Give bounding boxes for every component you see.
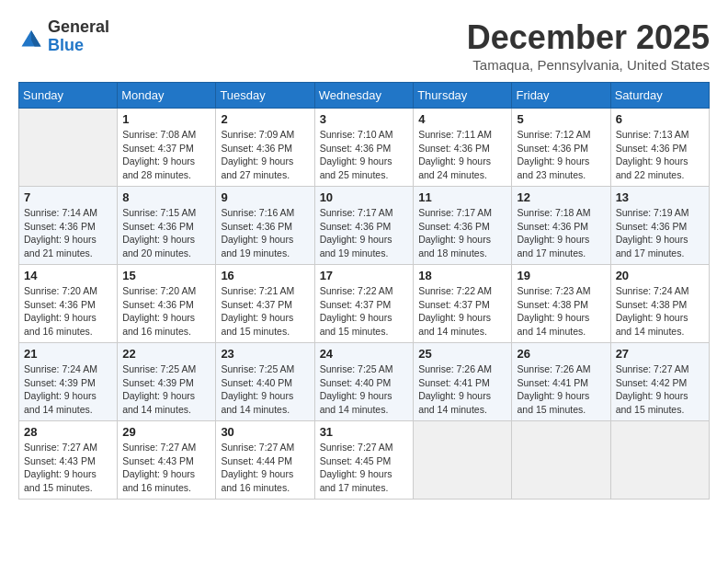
day-cell: 28Sunrise: 7:27 AMSunset: 4:43 PMDayligh… xyxy=(19,421,118,500)
day-number: 15 xyxy=(122,269,210,282)
day-info: Sunrise: 7:20 AMSunset: 4:36 PMDaylight:… xyxy=(122,284,210,339)
day-info: Sunrise: 7:18 AMSunset: 4:36 PMDaylight:… xyxy=(517,206,605,260)
day-cell: 17Sunrise: 7:22 AMSunset: 4:37 PMDayligh… xyxy=(314,265,414,343)
day-cell xyxy=(414,421,512,500)
day-number: 21 xyxy=(24,347,112,361)
week-row-4: 21Sunrise: 7:24 AMSunset: 4:39 PMDayligh… xyxy=(19,343,710,421)
day-info: Sunrise: 7:21 AMSunset: 4:37 PMDaylight:… xyxy=(221,284,309,339)
day-number: 2 xyxy=(221,112,309,126)
day-info: Sunrise: 7:22 AMSunset: 4:37 PMDaylight:… xyxy=(418,284,506,339)
day-number: 14 xyxy=(24,269,112,282)
location: Tamaqua, Pennsylvania, United States xyxy=(467,57,710,73)
logo-blue: Blue xyxy=(48,37,109,55)
day-cell: 15Sunrise: 7:20 AMSunset: 4:36 PMDayligh… xyxy=(118,265,216,343)
header-cell-friday: Friday xyxy=(512,83,610,109)
day-info: Sunrise: 7:13 AMSunset: 4:36 PMDaylight:… xyxy=(616,128,704,182)
day-cell xyxy=(512,421,610,500)
day-cell: 11Sunrise: 7:17 AMSunset: 4:36 PMDayligh… xyxy=(414,187,512,265)
logo-text: General Blue xyxy=(48,18,109,55)
day-cell: 10Sunrise: 7:17 AMSunset: 4:36 PMDayligh… xyxy=(314,187,414,265)
day-info: Sunrise: 7:26 AMSunset: 4:41 PMDaylight:… xyxy=(517,362,605,417)
day-info: Sunrise: 7:09 AMSunset: 4:36 PMDaylight:… xyxy=(221,128,309,182)
day-number: 22 xyxy=(122,347,210,361)
logo-icon xyxy=(18,24,44,50)
day-number: 11 xyxy=(418,190,506,204)
day-number: 9 xyxy=(221,190,309,204)
month-title: December 2025 xyxy=(467,18,710,57)
day-cell xyxy=(610,421,709,500)
day-cell: 3Sunrise: 7:10 AMSunset: 4:36 PMDaylight… xyxy=(314,109,414,187)
week-row-5: 28Sunrise: 7:27 AMSunset: 4:43 PMDayligh… xyxy=(19,421,710,500)
day-info: Sunrise: 7:15 AMSunset: 4:36 PMDaylight:… xyxy=(122,206,210,260)
day-cell: 18Sunrise: 7:22 AMSunset: 4:37 PMDayligh… xyxy=(414,265,512,343)
day-cell: 30Sunrise: 7:27 AMSunset: 4:44 PMDayligh… xyxy=(216,421,314,500)
day-cell: 9Sunrise: 7:16 AMSunset: 4:36 PMDaylight… xyxy=(216,187,314,265)
week-row-3: 14Sunrise: 7:20 AMSunset: 4:36 PMDayligh… xyxy=(19,265,710,343)
calendar: SundayMondayTuesdayWednesdayThursdayFrid… xyxy=(18,82,710,500)
day-number: 5 xyxy=(517,112,605,126)
header-cell-sunday: Sunday xyxy=(19,83,118,109)
logo-general: General xyxy=(48,18,109,37)
day-info: Sunrise: 7:24 AMSunset: 4:38 PMDaylight:… xyxy=(616,284,704,339)
day-cell: 23Sunrise: 7:25 AMSunset: 4:40 PMDayligh… xyxy=(216,343,314,421)
day-info: Sunrise: 7:19 AMSunset: 4:36 PMDaylight:… xyxy=(616,206,704,260)
day-number: 3 xyxy=(320,112,409,126)
day-info: Sunrise: 7:25 AMSunset: 4:40 PMDaylight:… xyxy=(320,362,409,417)
day-cell: 13Sunrise: 7:19 AMSunset: 4:36 PMDayligh… xyxy=(610,187,709,265)
day-cell: 1Sunrise: 7:08 AMSunset: 4:37 PMDaylight… xyxy=(118,109,216,187)
day-number: 1 xyxy=(122,112,210,126)
week-row-1: 1Sunrise: 7:08 AMSunset: 4:37 PMDaylight… xyxy=(19,109,710,187)
day-info: Sunrise: 7:12 AMSunset: 4:36 PMDaylight:… xyxy=(517,128,605,182)
day-info: Sunrise: 7:25 AMSunset: 4:40 PMDaylight:… xyxy=(221,362,309,417)
day-info: Sunrise: 7:17 AMSunset: 4:36 PMDaylight:… xyxy=(320,206,409,260)
day-cell: 31Sunrise: 7:27 AMSunset: 4:45 PMDayligh… xyxy=(314,421,414,500)
logo: General Blue xyxy=(18,18,109,55)
day-number: 19 xyxy=(517,269,605,282)
day-number: 24 xyxy=(320,347,409,361)
calendar-header: SundayMondayTuesdayWednesdayThursdayFrid… xyxy=(19,83,710,109)
day-info: Sunrise: 7:17 AMSunset: 4:36 PMDaylight:… xyxy=(418,206,506,260)
day-number: 31 xyxy=(320,425,409,439)
day-cell: 21Sunrise: 7:24 AMSunset: 4:39 PMDayligh… xyxy=(19,343,118,421)
day-number: 6 xyxy=(616,112,704,126)
day-number: 26 xyxy=(517,347,605,361)
day-info: Sunrise: 7:22 AMSunset: 4:37 PMDaylight:… xyxy=(320,284,409,339)
day-number: 7 xyxy=(24,190,112,204)
day-cell: 12Sunrise: 7:18 AMSunset: 4:36 PMDayligh… xyxy=(512,187,610,265)
header-cell-tuesday: Tuesday xyxy=(216,83,314,109)
day-number: 13 xyxy=(616,190,704,204)
day-number: 4 xyxy=(418,112,506,126)
day-info: Sunrise: 7:11 AMSunset: 4:36 PMDaylight:… xyxy=(418,128,506,182)
day-info: Sunrise: 7:27 AMSunset: 4:42 PMDaylight:… xyxy=(616,362,704,417)
day-cell: 19Sunrise: 7:23 AMSunset: 4:38 PMDayligh… xyxy=(512,265,610,343)
day-info: Sunrise: 7:27 AMSunset: 4:43 PMDaylight:… xyxy=(24,441,112,495)
day-cell: 7Sunrise: 7:14 AMSunset: 4:36 PMDaylight… xyxy=(19,187,118,265)
day-info: Sunrise: 7:25 AMSunset: 4:39 PMDaylight:… xyxy=(122,362,210,417)
day-number: 10 xyxy=(320,190,409,204)
day-cell: 29Sunrise: 7:27 AMSunset: 4:43 PMDayligh… xyxy=(118,421,216,500)
day-number: 29 xyxy=(122,425,210,439)
day-cell: 22Sunrise: 7:25 AMSunset: 4:39 PMDayligh… xyxy=(118,343,216,421)
day-number: 28 xyxy=(24,425,112,439)
day-cell: 25Sunrise: 7:26 AMSunset: 4:41 PMDayligh… xyxy=(414,343,512,421)
day-number: 18 xyxy=(418,269,506,282)
day-number: 16 xyxy=(221,269,309,282)
day-info: Sunrise: 7:24 AMSunset: 4:39 PMDaylight:… xyxy=(24,362,112,417)
day-cell: 27Sunrise: 7:27 AMSunset: 4:42 PMDayligh… xyxy=(610,343,709,421)
day-info: Sunrise: 7:14 AMSunset: 4:36 PMDaylight:… xyxy=(24,206,112,260)
day-info: Sunrise: 7:08 AMSunset: 4:37 PMDaylight:… xyxy=(122,128,210,182)
day-cell: 14Sunrise: 7:20 AMSunset: 4:36 PMDayligh… xyxy=(19,265,118,343)
header-cell-monday: Monday xyxy=(118,83,216,109)
day-number: 17 xyxy=(320,269,409,282)
day-number: 25 xyxy=(418,347,506,361)
day-info: Sunrise: 7:27 AMSunset: 4:44 PMDaylight:… xyxy=(221,441,309,495)
day-number: 30 xyxy=(221,425,309,439)
day-cell: 24Sunrise: 7:25 AMSunset: 4:40 PMDayligh… xyxy=(314,343,414,421)
week-row-2: 7Sunrise: 7:14 AMSunset: 4:36 PMDaylight… xyxy=(19,187,710,265)
day-cell: 5Sunrise: 7:12 AMSunset: 4:36 PMDaylight… xyxy=(512,109,610,187)
header-cell-wednesday: Wednesday xyxy=(314,83,414,109)
day-info: Sunrise: 7:16 AMSunset: 4:36 PMDaylight:… xyxy=(221,206,309,260)
day-cell xyxy=(19,109,118,187)
header-cell-thursday: Thursday xyxy=(414,83,512,109)
header-cell-saturday: Saturday xyxy=(610,83,709,109)
